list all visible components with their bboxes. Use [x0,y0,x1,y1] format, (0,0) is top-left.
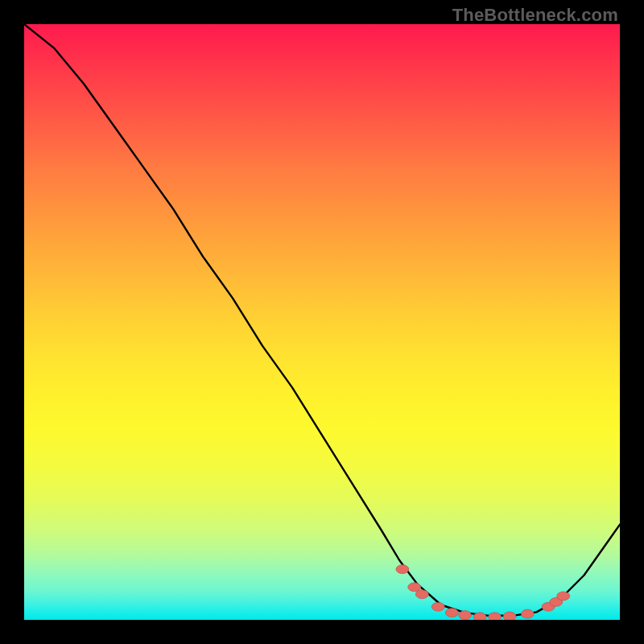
marker-point [396,565,409,574]
marker-point [503,612,516,620]
marker-point [445,609,458,617]
marker-point [489,613,502,620]
plot-area [24,24,620,620]
watermark-text: TheBottleneck.com [452,5,618,26]
bottleneck-curve-svg [24,24,620,620]
marker-point [431,602,444,611]
marker-point [473,613,486,620]
marker-point [557,592,570,601]
bottleneck-curve-path [24,24,620,616]
marker-point [521,609,534,618]
marker-point [415,590,428,599]
marker-point [459,611,472,620]
markers-group [396,565,570,620]
chart-frame: TheBottleneck.com [0,0,644,644]
